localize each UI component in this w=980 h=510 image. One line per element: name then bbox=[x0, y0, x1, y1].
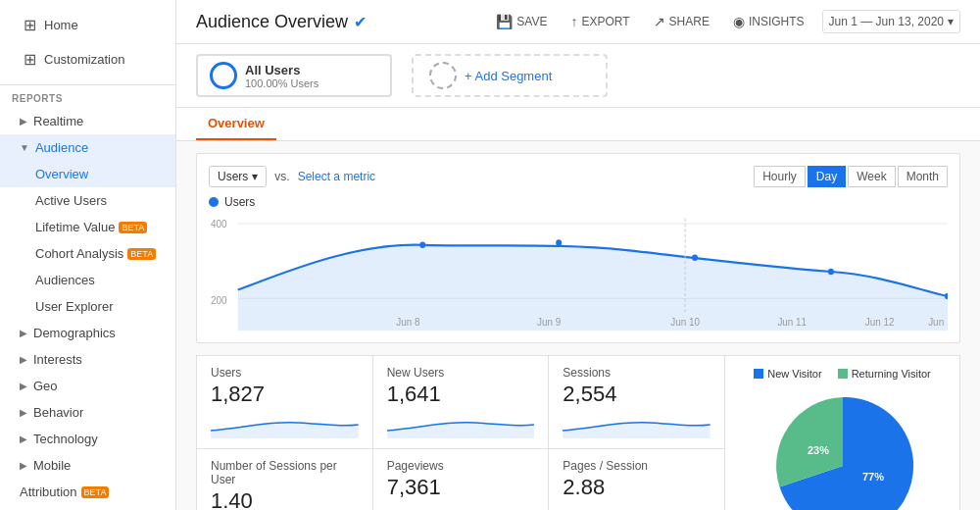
chart-dot bbox=[419, 241, 425, 248]
hourly-button[interactable]: Hourly bbox=[754, 166, 806, 187]
attribution-badge: BETA bbox=[81, 486, 110, 498]
chevron-right-icon-interests: ▶ bbox=[20, 354, 27, 365]
metric-card-pageviews: Pageviews 7,361 bbox=[373, 449, 549, 510]
month-button[interactable]: Month bbox=[898, 166, 948, 187]
reports-label: REPORTS bbox=[0, 85, 175, 108]
svg-text:Jun 11: Jun 11 bbox=[777, 316, 807, 328]
sidebar-item-home[interactable]: ⊞ Home bbox=[12, 8, 164, 42]
metric-value: 1.40 bbox=[211, 488, 359, 510]
svg-text:Jun 13: Jun 13 bbox=[928, 316, 948, 328]
metric-sparkline bbox=[387, 504, 535, 510]
export-button[interactable]: ↑ EXPORT bbox=[564, 10, 635, 33]
returning-visitor-dot bbox=[838, 369, 848, 379]
chart-controls: Users ▾ vs. Select a metric Hourly Day W… bbox=[209, 166, 948, 187]
customization-icon: ⊞ bbox=[24, 50, 36, 69]
sidebar-item-overview[interactable]: Overview bbox=[0, 161, 175, 187]
verified-icon: ✔ bbox=[354, 13, 367, 31]
sidebar-item-attribution[interactable]: Attribution BETA bbox=[0, 479, 175, 505]
users-legend-dot bbox=[209, 197, 219, 207]
sidebar-item-behavior[interactable]: ▶ Behavior bbox=[0, 399, 175, 426]
metric-sparkline bbox=[211, 411, 359, 438]
sidebar-item-realtime[interactable]: ▶ Realtime bbox=[0, 108, 175, 134]
sidebar-item-user-explorer[interactable]: User Explorer bbox=[0, 293, 175, 320]
share-icon: ↗ bbox=[654, 14, 665, 29]
sidebar-item-demographics[interactable]: ▶ Demographics bbox=[0, 320, 175, 346]
sidebar-item-geo[interactable]: ▶ Geo bbox=[0, 373, 175, 399]
metric-sparkline bbox=[387, 411, 535, 438]
cohort-analysis-badge: BETA bbox=[127, 248, 156, 260]
svg-text:Jun 10: Jun 10 bbox=[670, 316, 700, 328]
sidebar-item-technology[interactable]: ▶ Technology bbox=[0, 426, 175, 452]
chevron-right-icon-technology: ▶ bbox=[20, 434, 27, 444]
tab-bar: Overview bbox=[176, 108, 980, 141]
chevron-down-icon: ▼ bbox=[20, 142, 29, 153]
metric-card-pages---session: Pages / Session 2.88 bbox=[549, 449, 724, 510]
add-segment-button[interactable]: + Add Segment bbox=[412, 54, 608, 97]
chevron-right-icon-geo: ▶ bbox=[20, 381, 27, 391]
sidebar-item-audiences[interactable]: Audiences bbox=[0, 267, 175, 293]
sidebar-item-interests[interactable]: ▶ Interests bbox=[0, 346, 175, 373]
sidebar: ⊞ Home ⊞ Customization REPORTS ▶ Realtim… bbox=[0, 0, 176, 510]
home-icon: ⊞ bbox=[24, 16, 36, 34]
sidebar-item-active-users[interactable]: Active Users bbox=[0, 187, 175, 214]
chart-dot bbox=[556, 239, 562, 246]
date-range-picker[interactable]: Jun 1 — Jun 13, 2020 ▾ bbox=[822, 10, 960, 33]
metric-select: Users ▾ vs. Select a metric bbox=[209, 166, 375, 187]
insights-button[interactable]: ◉ INSIGHTS bbox=[727, 10, 810, 33]
save-button[interactable]: 💾 SAVE bbox=[490, 10, 553, 33]
chart-area-fill bbox=[238, 245, 948, 331]
select-metric-link[interactable]: Select a metric bbox=[298, 170, 375, 183]
metrics-grid: Users 1,827 New Users 1,641 Sessions 2,5… bbox=[196, 355, 725, 510]
chart-legend: Users bbox=[209, 195, 948, 209]
sidebar-item-lifetime-value[interactable]: Lifetime Value BETA bbox=[0, 214, 175, 240]
metric-value: 2,554 bbox=[563, 382, 710, 407]
metric-value: 1,641 bbox=[387, 382, 535, 407]
metric-card-users: Users 1,827 bbox=[197, 356, 372, 448]
sidebar-item-mobile[interactable]: ▶ Mobile bbox=[0, 452, 175, 479]
tab-overview[interactable]: Overview bbox=[196, 108, 276, 140]
save-icon: 💾 bbox=[496, 14, 513, 29]
chevron-down-icon: ▾ bbox=[252, 170, 258, 183]
line-chart: 400 200 Jun 8 Jun 9 Jun 10 Jun 11 bbox=[209, 213, 948, 331]
svg-text:Jun 12: Jun 12 bbox=[865, 316, 895, 328]
chart-dot bbox=[692, 255, 698, 262]
sidebar-item-discover[interactable]: ◯ Discover bbox=[0, 505, 175, 510]
svg-text:400: 400 bbox=[211, 219, 227, 230]
metric-sparkline bbox=[563, 411, 710, 438]
metric-label: Number of Sessions per User bbox=[211, 459, 359, 486]
share-button[interactable]: ↗ SHARE bbox=[648, 10, 715, 33]
chart-dot bbox=[828, 269, 834, 276]
users-metric-select[interactable]: Users ▾ bbox=[209, 166, 267, 187]
pie-legend-returning-visitor: Returning Visitor bbox=[838, 368, 931, 380]
sidebar-item-audience[interactable]: ▼ Audience bbox=[0, 134, 175, 161]
metric-label: Sessions bbox=[563, 366, 710, 380]
segment-all-users[interactable]: All Users 100.00% Users bbox=[196, 54, 392, 97]
pie-chart-wrap: New Visitor Returning Visitor 77% 23% bbox=[725, 355, 960, 510]
line-chart-svg: 400 200 Jun 8 Jun 9 Jun 10 Jun 11 bbox=[209, 213, 948, 331]
chevron-right-icon: ▶ bbox=[20, 116, 27, 127]
new-visitor-dot bbox=[754, 369, 763, 379]
metric-card-new-users: New Users 1,641 bbox=[373, 356, 549, 448]
pie-label-new: 77% bbox=[862, 471, 884, 483]
pie-chart-svg: 77% 23% bbox=[764, 387, 921, 510]
day-button[interactable]: Day bbox=[808, 166, 846, 187]
chevron-right-icon-demographics: ▶ bbox=[20, 328, 27, 338]
sidebar-item-customization[interactable]: ⊞ Customization bbox=[12, 42, 164, 76]
week-button[interactable]: Week bbox=[848, 166, 895, 187]
segment-circle-icon bbox=[210, 62, 237, 89]
chevron-down-icon: ▾ bbox=[948, 15, 954, 28]
main-content: Audience Overview ✔ 💾 SAVE ↑ EXPORT ↗ SH… bbox=[176, 0, 980, 510]
page-title: Audience Overview ✔ bbox=[196, 12, 367, 32]
sidebar-item-cohort-analysis[interactable]: Cohort Analysis BETA bbox=[0, 240, 175, 267]
svg-text:Jun 9: Jun 9 bbox=[537, 316, 561, 328]
metric-card-sessions: Sessions 2,554 bbox=[549, 356, 724, 448]
sidebar-top: ⊞ Home ⊞ Customization bbox=[0, 0, 175, 85]
top-bar: Audience Overview ✔ 💾 SAVE ↑ EXPORT ↗ SH… bbox=[176, 0, 980, 44]
svg-text:Jun 8: Jun 8 bbox=[396, 316, 419, 328]
metric-label: Pageviews bbox=[387, 459, 535, 473]
chevron-right-icon-behavior: ▶ bbox=[20, 407, 27, 418]
metric-value: 7,361 bbox=[387, 475, 535, 500]
metric-value: 1,827 bbox=[211, 382, 359, 407]
metrics-and-pie: Users 1,827 New Users 1,641 Sessions 2,5… bbox=[196, 355, 960, 510]
segment-info: All Users 100.00% Users bbox=[245, 63, 318, 89]
